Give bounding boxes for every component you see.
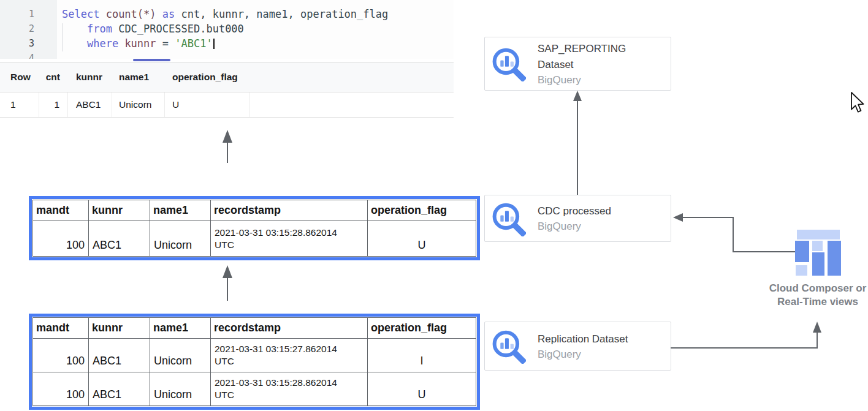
composer-label-line1: Cloud Composer or xyxy=(759,282,868,295)
result-column-header: cnt xyxy=(39,62,68,92)
column-header: operation_flag xyxy=(368,318,476,339)
text-cursor xyxy=(213,39,215,49)
code-token: kunnr xyxy=(124,37,156,50)
result-cell: 1 xyxy=(39,92,68,117)
code-token: = xyxy=(156,37,175,50)
arrowhead-up-icon xyxy=(573,91,582,101)
node-subtitle: BigQuery xyxy=(538,73,657,87)
column-header: recordstamp xyxy=(211,318,368,339)
node-title: Replication Dataset xyxy=(538,331,657,347)
table-cell: Unicorn xyxy=(150,372,211,406)
code-token: count(*) xyxy=(106,8,156,20)
column-header: mandt xyxy=(33,318,89,339)
cdc-processed-table: mandtkunnrname1recordstampoperation_flag… xyxy=(29,196,480,260)
query-results-table: Rowcntkunnrname1operation_flag 11ABC1Uni… xyxy=(0,62,454,118)
table-cell: 2021-03-31 03:15:28.862014 UTC xyxy=(211,372,368,406)
indent-guide xyxy=(62,23,63,51)
column-header: kunnr xyxy=(89,318,150,339)
page-canvas: 1234 Select count(*) as cnt, kunnr, name… xyxy=(0,0,868,411)
table-cell: 100 xyxy=(33,339,89,372)
result-column-header: operation_flag xyxy=(165,62,250,92)
table-cell: 2021-03-31 03:15:28.862014 UTC xyxy=(211,221,368,257)
result-row-filler xyxy=(250,92,454,117)
node-sap-reporting-dataset: SAP_REPORTING Dataset BigQuery xyxy=(484,37,671,91)
node-subtitle: BigQuery xyxy=(538,347,657,361)
table-cell: Unicorn xyxy=(150,339,211,372)
line-number: 1 xyxy=(0,7,57,21)
table-cell: 100 xyxy=(33,372,89,406)
line-number: 4 xyxy=(0,51,57,59)
table-cell: ABC1 xyxy=(89,372,150,406)
result-column-header: name1 xyxy=(112,62,165,92)
column-header: recordstamp xyxy=(211,200,368,221)
result-cell: 1 xyxy=(0,92,39,117)
table-cell: I xyxy=(368,339,476,372)
sql-editor[interactable]: 1234 Select count(*) as cnt, kunnr, name… xyxy=(0,0,454,59)
code-line[interactable]: where kunnr = 'ABC1' xyxy=(57,36,454,51)
line-number: 3 xyxy=(0,36,57,51)
composer-label-line2: Real-Time views xyxy=(759,295,868,309)
table-cell: U xyxy=(368,372,476,406)
arrow-composer-to-cdc xyxy=(682,217,795,252)
code-line[interactable]: from CDC_PROCESSED.but000 xyxy=(57,21,454,36)
arrow-replication-to-composer xyxy=(671,331,817,348)
node-replication-dataset: Replication Dataset BigQuery xyxy=(484,322,671,371)
column-header: operation_flag xyxy=(368,200,476,221)
cloud-composer-icon xyxy=(794,229,842,277)
results-header-filler xyxy=(250,62,454,92)
replication-table: mandtkunnrname1recordstampoperation_flag… xyxy=(29,314,480,410)
result-column-header: Row xyxy=(0,62,39,92)
code-token: 'ABC1' xyxy=(175,37,212,50)
arrowhead-left-icon xyxy=(673,213,683,222)
line-number: 2 xyxy=(0,21,57,36)
table-cell: U xyxy=(368,221,476,257)
node-cdc-processed: CDC processed BigQuery xyxy=(484,195,671,242)
editor-code[interactable]: Select count(*) as cnt, kunnr, name1, op… xyxy=(57,7,454,59)
code-token: where xyxy=(87,37,124,50)
arrowhead-up-icon xyxy=(813,322,821,333)
node-subtitle: BigQuery xyxy=(538,219,657,233)
result-column-header: kunnr xyxy=(68,62,112,92)
result-cell: Unicorn xyxy=(112,92,165,117)
node-title: SAP_REPORTING Dataset xyxy=(538,41,657,73)
table-row: 100ABC1Unicorn2021-03-31 03:15:28.862014… xyxy=(33,221,476,257)
table-cell: Unicorn xyxy=(150,221,211,257)
code-token: from xyxy=(87,23,118,35)
result-cell: ABC1 xyxy=(68,92,112,117)
code-line[interactable] xyxy=(57,51,454,59)
bigquery-icon xyxy=(490,46,526,81)
arrowhead-up-icon xyxy=(223,265,232,278)
bigquery-icon xyxy=(490,201,526,236)
table-cell: ABC1 xyxy=(89,339,150,372)
code-line[interactable]: Select count(*) as cnt, kunnr, name1, op… xyxy=(57,7,454,21)
arrowhead-up-icon xyxy=(223,130,232,143)
table-row: 100ABC1Unicorn2021-03-31 03:15:28.862014… xyxy=(33,372,476,406)
column-header: name1 xyxy=(150,200,211,221)
code-token: Select xyxy=(62,8,106,20)
results-body: 11ABC1UnicornU xyxy=(0,92,454,118)
results-header-row: Rowcntkunnrname1operation_flag xyxy=(0,62,454,92)
column-header: kunnr xyxy=(89,200,150,221)
editor-scrollbar-thumb[interactable] xyxy=(133,59,170,61)
table-cell: 100 xyxy=(33,221,89,257)
table-cell: ABC1 xyxy=(89,221,150,257)
composer-label: Cloud Composer or Real-Time views xyxy=(759,282,868,309)
table-cell: 2021-03-31 03:15:27.862014 UTC xyxy=(211,339,368,372)
result-cell: U xyxy=(165,92,250,117)
code-token: cnt, kunnr, name1, operation_flag xyxy=(175,8,388,20)
result-row: 11ABC1UnicornU xyxy=(0,92,454,118)
column-header: mandt xyxy=(33,200,89,221)
code-token xyxy=(156,8,162,20)
table-row: 100ABC1Unicorn2021-03-31 03:15:27.862014… xyxy=(33,339,476,372)
code-token: CDC_PROCESSED.but000 xyxy=(118,23,244,35)
column-header: name1 xyxy=(150,318,211,339)
code-token: as xyxy=(162,8,175,20)
editor-gutter: 1234 xyxy=(0,0,57,59)
bigquery-icon xyxy=(490,328,526,364)
node-title: CDC processed xyxy=(538,203,657,219)
